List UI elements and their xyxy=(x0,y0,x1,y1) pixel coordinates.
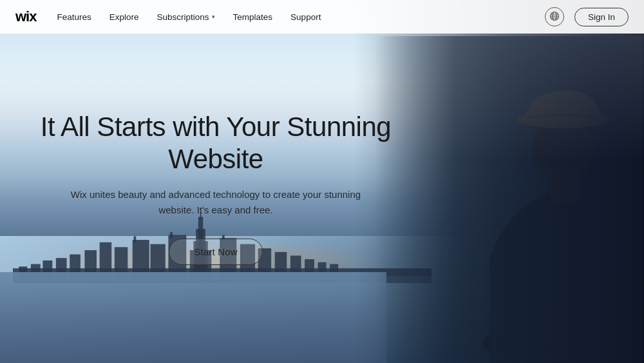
logo[interactable]: wix xyxy=(15,8,36,25)
wix-logo-text: wix xyxy=(15,8,36,25)
globe-icon xyxy=(549,11,560,23)
hero-container: wix Features Explore Subscriptions ▾ Tem… xyxy=(0,0,644,363)
language-selector-button[interactable] xyxy=(545,7,564,26)
navbar-right: Sign In xyxy=(545,7,629,26)
chevron-down-icon: ▾ xyxy=(212,14,215,20)
hero-subtitle: Wix unites beauty and advanced technolog… xyxy=(61,187,370,218)
nav-explore[interactable]: Explore xyxy=(109,12,139,22)
start-now-button[interactable]: Start Now xyxy=(169,239,263,265)
navbar: wix Features Explore Subscriptions ▾ Tem… xyxy=(0,0,644,34)
hero-content: It All Starts with Your Stunning Website… xyxy=(0,0,419,363)
nav-templates[interactable]: Templates xyxy=(233,12,273,22)
nav-features[interactable]: Features xyxy=(57,12,91,22)
sign-in-button[interactable]: Sign In xyxy=(574,8,629,26)
hero-title: It All Starts with Your Stunning Website xyxy=(35,111,396,176)
nav-support[interactable]: Support xyxy=(290,12,321,22)
nav-links: Features Explore Subscriptions ▾ Templat… xyxy=(57,12,545,22)
nav-subscriptions[interactable]: Subscriptions ▾ xyxy=(157,12,215,22)
